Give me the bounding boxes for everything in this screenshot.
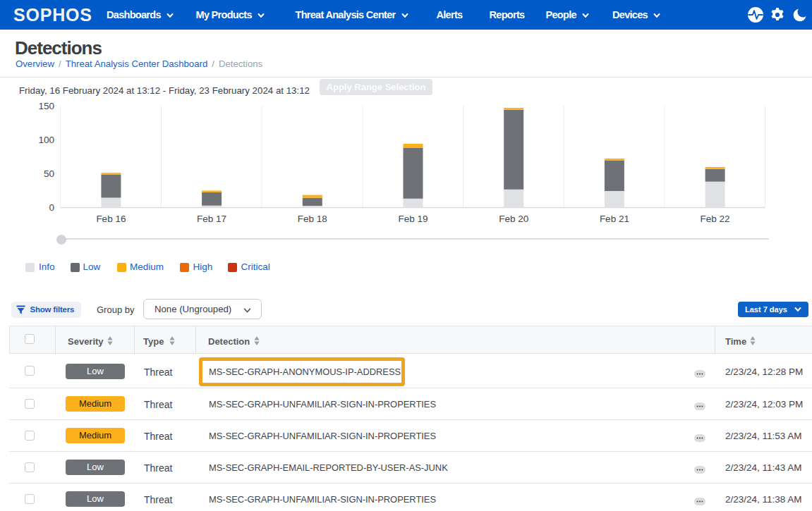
- svg-text:Feb 16: Feb 16: [96, 214, 126, 224]
- svg-text:Feb 17: Feb 17: [197, 214, 226, 224]
- svg-text:Feb 21: Feb 21: [600, 214, 629, 224]
- svg-text:Feb 18: Feb 18: [298, 214, 327, 224]
- svg-text:Feb 20: Feb 20: [499, 214, 528, 224]
- svg-text:0: 0: [49, 202, 54, 213]
- svg-text:Feb 22: Feb 22: [701, 214, 730, 224]
- svg-text:Feb 19: Feb 19: [398, 214, 428, 224]
- svg-text:100: 100: [38, 135, 54, 145]
- svg-text:150: 150: [38, 101, 54, 111]
- svg-text:50: 50: [44, 168, 54, 179]
